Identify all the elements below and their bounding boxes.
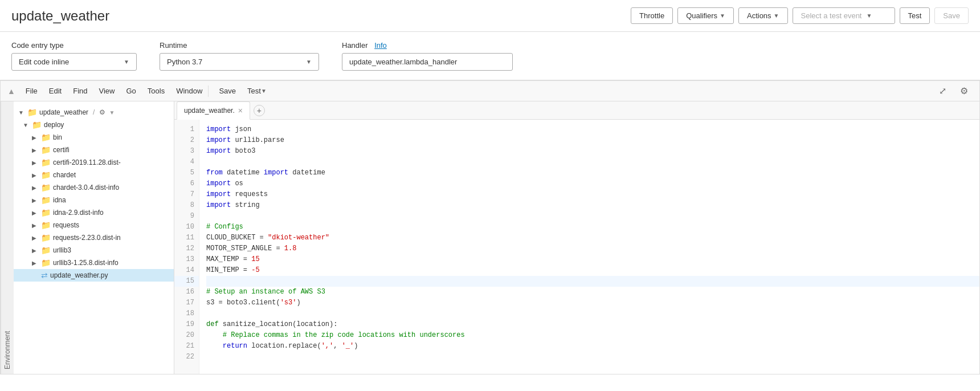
toolbar-edit-button[interactable]: Edit (43, 81, 67, 101)
code-line: MIN_TEMP = -5 (206, 265, 979, 276)
list-item[interactable]: ▶ 📁 certifi-2019.11.28.dist- (14, 156, 174, 169)
code-lines[interactable]: import json import urllib.parse import b… (199, 120, 979, 374)
line-num: 8 (174, 200, 199, 211)
toolbar-collapse-icon[interactable]: ▲ (7, 87, 15, 96)
tree-root[interactable]: ▼ 📁 update_weather / ⚙ ▼ (14, 106, 174, 119)
line-num: 9 (174, 211, 199, 222)
toolbar-test-button[interactable]: Test ▼ (242, 81, 272, 101)
code-line: import boto3 (206, 146, 979, 157)
urllib3158-arrow-icon: ▶ (32, 260, 39, 266)
editor-toolbar-left: ▲ File Edit Find View Go Tools Window Sa… (7, 81, 934, 101)
qualifiers-button[interactable]: Qualifiers ▼ (677, 7, 734, 24)
requests-folder-icon: 📁 (41, 221, 51, 230)
handler-info-link[interactable]: Info (374, 41, 387, 50)
line-num: 16 (174, 287, 199, 298)
toolbar-tools-button[interactable]: Tools (142, 81, 170, 101)
actions-chevron-icon: ▼ (774, 13, 779, 19)
code-line (206, 157, 979, 168)
list-item[interactable]: ▶ 📁 idna-2.9.dist-info (14, 206, 174, 219)
toolbar-go-button[interactable]: Go (120, 81, 141, 101)
code-entry-field: Code entry type Edit code inline ▼ (11, 41, 137, 71)
list-item[interactable]: ▶ 📁 requests (14, 219, 174, 231)
page-title: update_weather (11, 8, 631, 24)
toolbar-save-button[interactable]: Save (213, 81, 242, 101)
handler-label: Handler Info (342, 41, 513, 50)
code-line: import urllib.parse (206, 135, 979, 146)
list-item[interactable]: ▶ ⇄ update_weather.py (14, 269, 174, 282)
code-entry-chevron-icon: ▼ (124, 59, 129, 65)
root-folder-icon: 📁 (27, 108, 37, 117)
list-item[interactable]: ▶ 📁 chardet (14, 169, 174, 181)
test-button[interactable]: Test (900, 7, 930, 24)
tab-label: update_weather. (184, 107, 235, 115)
requests2230-folder-icon: 📁 (41, 233, 51, 242)
list-item[interactable]: ▶ 📁 chardet-3.0.4.dist-info (14, 181, 174, 194)
line-num: 1 (174, 124, 199, 135)
chardet-arrow-icon: ▶ (32, 172, 39, 178)
bin-arrow-icon: ▶ (32, 135, 39, 141)
root-slash: / (93, 108, 95, 116)
actions-label: Actions (747, 11, 771, 20)
tab-close-icon[interactable]: × (238, 107, 243, 115)
environment-tab[interactable]: Environment (1, 101, 14, 374)
line-num: 20 (174, 330, 199, 341)
handler-field: Handler Info (342, 41, 513, 71)
code-line: s3 = boto3.client('s3') (206, 298, 979, 308)
list-item[interactable]: ▶ 📁 bin (14, 131, 174, 144)
tab-bar: update_weather. × + (174, 101, 979, 120)
toolbar-window-button[interactable]: Window (170, 81, 208, 101)
code-entry-label: Code entry type (11, 41, 137, 50)
idna-folder-icon: 📁 (41, 196, 51, 205)
throttle-button[interactable]: Throttle (631, 7, 673, 24)
runtime-label: Runtime (160, 41, 319, 50)
tab-add-button[interactable]: + (254, 105, 265, 116)
runtime-select[interactable]: Python 3.7 ▼ (160, 53, 319, 71)
handler-input[interactable] (342, 53, 513, 71)
actions-button[interactable]: Actions ▼ (738, 7, 788, 24)
line-num: 17 (174, 298, 199, 308)
urllib3-folder-icon: 📁 (41, 246, 51, 255)
code-entry-value: Edit code inline (19, 58, 69, 66)
deploy-folder-icon: 📁 (32, 120, 42, 129)
toolbar-view-button[interactable]: View (93, 81, 121, 101)
urllib3-arrow-icon: ▶ (32, 247, 39, 254)
toolbar-file-button[interactable]: File (20, 81, 43, 101)
code-line: MAX_TEMP = 15 (206, 254, 979, 265)
code-editor[interactable]: 1 2 3 4 5 6 7 8 9 10 11 12 13 14 15 16 1 (174, 120, 979, 374)
urllib3158-folder-icon: 📁 (41, 258, 51, 267)
requests-arrow-icon: ▶ (32, 222, 39, 229)
code-entry-select[interactable]: Edit code inline ▼ (11, 53, 137, 71)
code-tab-update-weather[interactable]: update_weather. × (177, 101, 250, 120)
list-item[interactable]: ▶ 📁 idna (14, 194, 174, 206)
toolbar-find-button[interactable]: Find (67, 81, 93, 101)
editor-settings-button[interactable]: ⚙ (956, 83, 973, 99)
root-gear-icon[interactable]: ⚙ (99, 108, 105, 116)
save-button[interactable]: Save (934, 7, 969, 24)
uwpy-file-icon: ⇄ (41, 271, 48, 280)
code-line (206, 276, 979, 287)
code-line: from datetime import datetime (206, 168, 979, 178)
list-item[interactable]: ▶ 📁 urllib3 (14, 244, 174, 256)
code-area: update_weather. × + 1 2 3 4 5 6 7 8 9 10 (174, 101, 979, 374)
code-line: def sanitize_location(location): (206, 319, 979, 330)
chardet304-folder-icon: 📁 (41, 183, 51, 192)
certifi2019-folder-icon: 📁 (41, 158, 51, 167)
runtime-chevron-icon: ▼ (306, 59, 312, 65)
select-test-event-dropdown[interactable]: Select a test event ▼ (793, 7, 895, 24)
code-line: return location.replace(',', '_') (206, 341, 979, 352)
list-item[interactable]: ▶ 📁 certifi (14, 144, 174, 156)
certifi-folder-icon: 📁 (41, 145, 51, 154)
fullscreen-button[interactable]: ⤢ (934, 83, 951, 99)
code-line: import string (206, 200, 979, 211)
list-item[interactable]: ▶ 📁 urllib3-1.25.8.dist-info (14, 256, 174, 269)
toolbar-divider (208, 85, 209, 97)
root-arrow-icon: ▼ (18, 109, 25, 116)
list-item[interactable]: ▼ 📁 deploy (14, 119, 174, 131)
editor-main: Environment ▼ 📁 update_weather / ⚙ ▼ ▼ 📁… (1, 101, 979, 374)
tree-content: ▼ 📁 update_weather / ⚙ ▼ ▼ 📁 deploy ▶ 📁 (14, 101, 174, 374)
certifi2019-arrow-icon: ▶ (32, 160, 39, 166)
line-num: 5 (174, 168, 199, 178)
idna29-folder-icon: 📁 (41, 208, 51, 217)
code-line: # Configs (206, 222, 979, 233)
list-item[interactable]: ▶ 📁 requests-2.23.0.dist-in (14, 231, 174, 244)
